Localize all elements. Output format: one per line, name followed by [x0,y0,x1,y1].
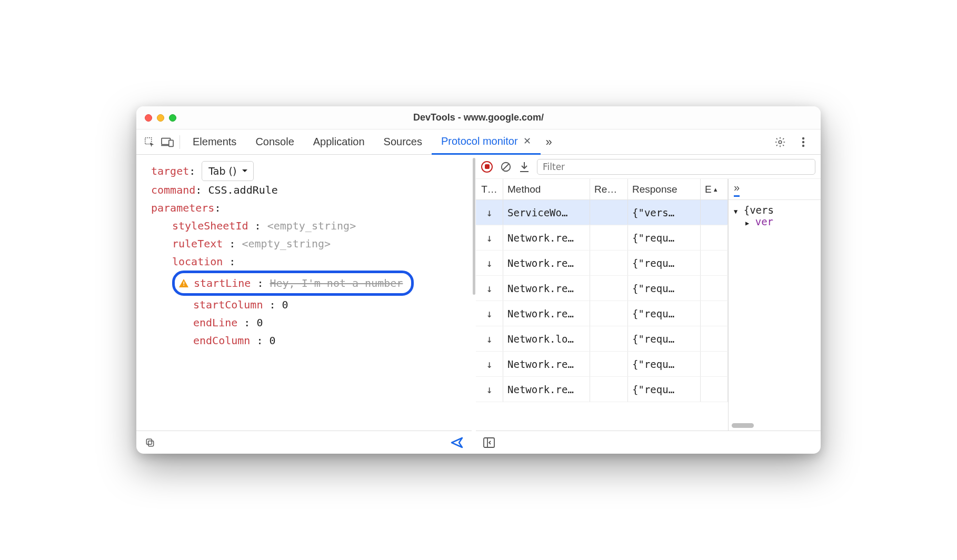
tab-protocol-monitor[interactable]: Protocol monitor ✕ [432,129,541,155]
param-startcolumn[interactable]: startColumn : 0 [151,296,462,314]
chevron-down-icon [242,169,248,173]
param-stylesheetid[interactable]: styleSheetId : <empty_string> [151,217,462,235]
editor-footer [136,431,472,454]
svg-rect-9 [146,439,152,444]
table-row[interactable]: ↓ ServiceWo… {"vers… [476,200,728,225]
table-body[interactable]: ↓ ServiceWo… {"vers… ↓ Network.re… {"req… [476,200,728,431]
target-row: target: Tab () [151,161,462,181]
svg-rect-3 [169,140,173,146]
tab-console[interactable]: Console [246,129,303,155]
messages-table: T… Method Re… Response E▲ ↓ ServiceWo… {… [476,179,729,431]
arrow-down-icon: ↓ [486,257,492,269]
separator [180,135,180,149]
more-menu-icon[interactable] [794,133,812,151]
command-row: command: CSS.addRule [151,181,462,199]
toggle-sidebar-icon[interactable] [483,437,495,448]
inspect-element-icon[interactable] [141,133,158,151]
param-startline-row[interactable]: startLine : Hey, I'm not a number [151,271,462,296]
detail-pane: » ▼ {vers ▶ ver [729,179,821,431]
detail-tabs: » [729,179,821,200]
arrow-down-icon: ↓ [486,282,492,295]
log-toolbar [476,155,821,179]
expand-icon[interactable]: ▼ [734,208,737,215]
send-command-button[interactable] [451,437,463,448]
validation-highlight: startLine : Hey, I'm not a number [172,271,414,296]
device-toolbar-icon[interactable] [158,133,176,151]
minimize-window-button[interactable] [157,114,164,122]
close-tab-icon[interactable]: ✕ [523,135,531,147]
expand-icon[interactable]: ▶ [745,219,749,227]
arrow-down-icon: ↓ [486,383,492,396]
panel-tabs: Elements Console Application Sources Pro… [183,129,557,155]
fullscreen-window-button[interactable] [169,114,176,122]
col-type[interactable]: T… [476,179,503,199]
svg-line-11 [503,164,509,169]
svg-point-7 [802,144,804,146]
arrow-down-icon: ↓ [486,333,492,345]
record-button[interactable] [481,161,493,173]
close-window-button[interactable] [145,114,152,122]
table-row[interactable]: ↓ Network.re… {"requ… [476,251,728,276]
param-location[interactable]: location : [151,253,462,271]
tab-label: Protocol monitor [441,135,518,147]
table-row[interactable]: ↓ Network.re… {"requ… [476,352,728,377]
target-select[interactable]: Tab () [202,161,254,181]
pane-splitter[interactable] [472,155,476,454]
command-label: command [151,184,195,196]
command-editor-pane: target: Tab () command: CSS.addRule para… [136,155,472,454]
tab-application[interactable]: Application [304,129,374,155]
parameters-label: parameters [151,202,214,214]
table-row[interactable]: ↓ Network.re… {"requ… [476,377,728,402]
parameters-row: parameters: [151,199,462,217]
col-response[interactable]: Response [628,179,701,199]
right-footer [476,431,821,454]
window-controls [145,114,176,122]
param-endline[interactable]: endLine : 0 [151,314,462,332]
clear-log-button[interactable] [500,161,512,173]
target-value: Tab () [208,163,236,179]
param-endcolumn[interactable]: endColumn : 0 [151,332,462,349]
warning-icon [179,279,188,287]
devtools-window: DevTools - www.google.com/ Elements Cons… [136,106,821,454]
param-ruletext[interactable]: ruleText : <empty_string> [151,235,462,253]
table-header: T… Method Re… Response E▲ [476,179,728,200]
target-label: target [151,165,189,177]
log-split: T… Method Re… Response E▲ ↓ ServiceWo… {… [476,179,821,431]
save-button[interactable] [519,161,530,173]
filter-input[interactable] [537,159,815,175]
command-editor: target: Tab () command: CSS.addRule para… [136,155,472,431]
arrow-down-icon: ↓ [486,358,492,371]
table-row[interactable]: ↓ Network.lo… {"requ… [476,326,728,352]
svg-point-6 [802,141,804,143]
horizontal-scrollbar[interactable] [732,423,754,428]
svg-point-4 [779,141,782,144]
tab-sources[interactable]: Sources [374,129,432,155]
detail-tabs-overflow[interactable]: » [734,182,740,197]
content-area: target: Tab () command: CSS.addRule para… [136,155,821,454]
sort-asc-icon: ▲ [713,186,719,193]
svg-point-5 [802,137,804,139]
command-value: CSS.addRule [208,184,277,196]
detail-body[interactable]: ▼ {vers ▶ ver [729,200,821,431]
settings-icon[interactable] [771,133,789,151]
main-tabbar: Elements Console Application Sources Pro… [136,129,821,155]
titlebar: DevTools - www.google.com/ [136,106,821,129]
copy-icon[interactable] [145,437,155,448]
arrow-down-icon: ↓ [486,232,492,244]
window-title: DevTools - www.google.com/ [136,112,821,123]
col-method[interactable]: Method [503,179,590,199]
protocol-log-pane: T… Method Re… Response E▲ ↓ ServiceWo… {… [476,155,821,454]
tab-elements[interactable]: Elements [183,129,246,155]
arrow-down-icon: ↓ [486,206,492,219]
arrow-down-icon: ↓ [486,307,492,320]
svg-rect-8 [148,441,154,446]
table-row[interactable]: ↓ Network.re… {"requ… [476,301,728,326]
tabs-overflow-button[interactable]: » [541,135,557,149]
col-request[interactable]: Re… [590,179,628,199]
col-elapsed[interactable]: E▲ [701,179,728,199]
table-row[interactable]: ↓ Network.re… {"requ… [476,225,728,251]
table-row[interactable]: ↓ Network.re… {"requ… [476,276,728,301]
